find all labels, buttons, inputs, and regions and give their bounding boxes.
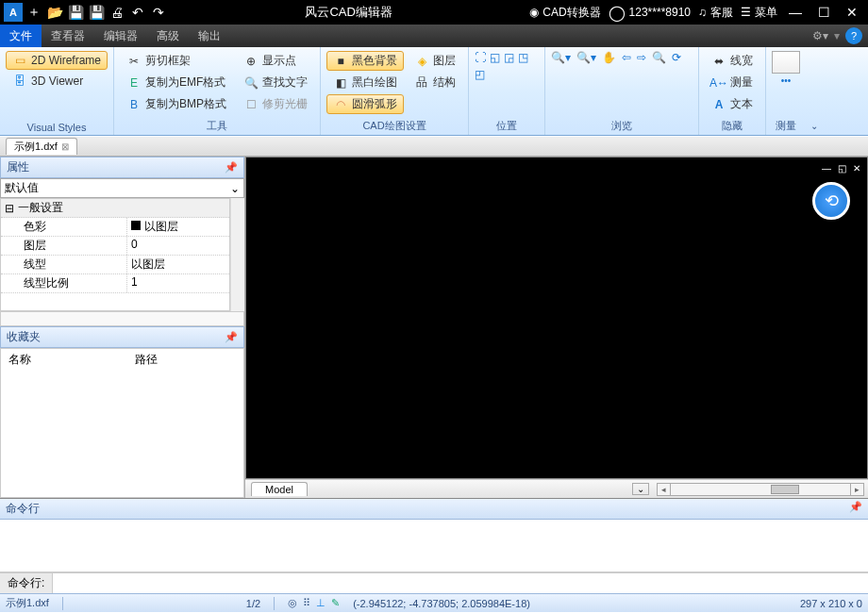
menu-button[interactable]: ☰ 菜单: [741, 5, 777, 21]
measure-button[interactable]: A↔测量: [705, 73, 760, 92]
line-width-icon: ⬌: [711, 54, 726, 69]
file-tab[interactable]: 示例1.dxf ⊠: [6, 138, 77, 155]
refresh-icon[interactable]: ⟳: [672, 51, 681, 64]
ribbon-collapse-button[interactable]: ⌄: [806, 47, 823, 135]
copy-bmp-button[interactable]: B复制为BMP格式: [120, 94, 233, 114]
new-icon[interactable]: ＋: [25, 3, 43, 22]
ribbon-measure-small-icon: •••: [781, 75, 792, 86]
arc-icon: ◠: [333, 97, 348, 112]
zoom-extent-icon[interactable]: 🔍: [652, 51, 666, 64]
status-dims: 297 x 210 x 0: [800, 598, 862, 609]
pan-icon[interactable]: ✋: [602, 51, 616, 64]
save-pdf-icon[interactable]: 💾: [87, 3, 106, 22]
snap-icon[interactable]: ◎: [288, 597, 297, 609]
menubar: 文件 查看器 编辑器 高级 输出 ⚙▾ ▾ ?: [0, 25, 868, 47]
ruler-icon[interactable]: [772, 51, 800, 74]
grid-icon[interactable]: ⠿: [303, 597, 310, 609]
find-text-button[interactable]: 🔍查找文字: [237, 73, 314, 92]
converter-icon: ◉: [529, 6, 539, 19]
tab-close-icon[interactable]: ⊠: [61, 141, 69, 152]
pin-icon-3[interactable]: 📌: [849, 501, 862, 517]
horizontal-scrollbar[interactable]: ◂ ▸: [657, 483, 864, 496]
dropdown-arrow-icon[interactable]: ▾: [834, 29, 840, 42]
trim-button[interactable]: ☐修剪光栅: [237, 94, 314, 114]
model-tab[interactable]: Model: [251, 482, 308, 496]
pin-icon[interactable]: 📌: [225, 161, 238, 174]
workspace: 属性 📌 默认值 ⌄ ⊟一般设置 色彩以图层 图层0 线型以图层 线型比例1 收…: [0, 157, 868, 498]
converter-button[interactable]: ◉ CAD转换器: [529, 5, 600, 21]
wireframe-button[interactable]: ▭2D Wireframe: [6, 51, 108, 70]
layers-button[interactable]: ◈图层: [408, 51, 462, 71]
pos-icon-1[interactable]: ⛶: [475, 51, 486, 64]
menu-advanced[interactable]: 高级: [147, 25, 189, 47]
prop-row-layer[interactable]: 图层0: [1, 237, 229, 256]
view-cube-button[interactable]: ⟲: [812, 182, 850, 220]
properties-scrollbar[interactable]: [230, 198, 244, 311]
menu-output[interactable]: 输出: [189, 25, 230, 47]
zoom-in-icon[interactable]: 🔍▾: [551, 51, 571, 64]
pos-icon-2[interactable]: ◱: [490, 51, 500, 64]
canvas-minimize-icon[interactable]: —: [820, 161, 833, 174]
redo-icon[interactable]: ↷: [149, 3, 168, 22]
viewer3d-button[interactable]: 🗄3D Viewer: [6, 72, 108, 91]
menu-file[interactable]: 文件: [0, 25, 42, 47]
menu-editor[interactable]: 编辑器: [94, 25, 147, 47]
pos-icon-4[interactable]: ◳: [518, 51, 528, 64]
point-icon: ⊕: [243, 54, 259, 69]
command-prompt-label: 命令行:: [0, 573, 53, 593]
command-output[interactable]: [0, 520, 868, 572]
smooth-arc-button[interactable]: ◠圆滑弧形: [326, 94, 404, 114]
scroll-thumb[interactable]: [771, 485, 799, 494]
next-view-icon[interactable]: ⇨: [637, 51, 646, 64]
minimize-button[interactable]: —: [785, 3, 806, 22]
user-button[interactable]: ◯ 123****8910: [609, 4, 691, 22]
settings-icon[interactable]: ⚙▾: [812, 29, 828, 42]
properties-filter-select[interactable]: 默认值 ⌄: [0, 178, 244, 198]
panel-gap: [0, 311, 244, 326]
prop-row-linetype[interactable]: 线型以图层: [1, 256, 229, 274]
black-bg-button[interactable]: ■黑色背景: [326, 51, 404, 71]
print-icon[interactable]: 🖨: [108, 3, 126, 22]
layout-dropdown-icon[interactable]: ⌄: [632, 483, 649, 495]
app-logo-icon[interactable]: A: [4, 3, 23, 22]
ortho-icon[interactable]: ⊥: [316, 597, 326, 609]
drawing-canvas[interactable]: — ◱ ✕ ⟲: [245, 157, 868, 479]
maximize-button[interactable]: ☐: [813, 3, 834, 22]
chevron-down-icon: ⌄: [230, 182, 240, 195]
bw-draw-button[interactable]: ◧黑白绘图: [326, 73, 404, 92]
help-button[interactable]: ?: [845, 27, 862, 44]
close-button[interactable]: ✕: [842, 3, 862, 22]
pin-icon-2[interactable]: 📌: [225, 331, 238, 343]
prev-view-icon[interactable]: ⇦: [622, 51, 631, 64]
ribbon-group-browse: 🔍▾ 🔍▾ ✋ ⇦ ⇨ 🔍 ⟳ 浏览: [545, 47, 699, 135]
text-button[interactable]: A文本: [705, 94, 760, 114]
show-point-button[interactable]: ⊕显示点: [237, 51, 314, 71]
scroll-left-icon[interactable]: ◂: [658, 484, 671, 495]
bw-icon: ◧: [333, 75, 348, 91]
scroll-right-icon[interactable]: ▸: [850, 484, 863, 495]
undo-icon[interactable]: ↶: [128, 3, 147, 22]
command-input[interactable]: [53, 573, 868, 593]
support-button[interactable]: ♫ 客服: [698, 5, 733, 21]
canvas-close-icon[interactable]: ✕: [850, 161, 863, 174]
clip-button[interactable]: ✂剪切框架: [120, 51, 233, 71]
save-icon[interactable]: 💾: [66, 3, 85, 22]
command-input-row: 命令行:: [0, 572, 868, 593]
ribbon-label-hide: 隐藏: [705, 117, 760, 133]
canvas-restore-icon[interactable]: ◱: [835, 161, 848, 174]
prop-row-ltscale[interactable]: 线型比例1: [1, 274, 229, 293]
measure-icon: A↔: [711, 75, 726, 91]
copy-emf-button[interactable]: E复制为EMF格式: [120, 73, 233, 92]
pos-icon-5[interactable]: ◰: [475, 68, 485, 81]
polar-icon[interactable]: ✎: [331, 597, 340, 609]
struct-button[interactable]: 品结构: [408, 73, 462, 92]
pos-icon-3[interactable]: ◲: [504, 51, 514, 64]
prop-row-color[interactable]: 色彩以图层: [1, 218, 229, 237]
menu-viewer[interactable]: 查看器: [42, 25, 94, 47]
line-width-button[interactable]: ⬌线宽: [705, 51, 760, 71]
open-icon[interactable]: 📂: [45, 3, 64, 22]
zoom-out-icon[interactable]: 🔍▾: [576, 51, 596, 64]
prop-section-general[interactable]: ⊟一般设置: [1, 199, 229, 218]
fav-col-name[interactable]: 名称: [1, 349, 127, 371]
fav-col-path[interactable]: 路径: [127, 349, 166, 371]
